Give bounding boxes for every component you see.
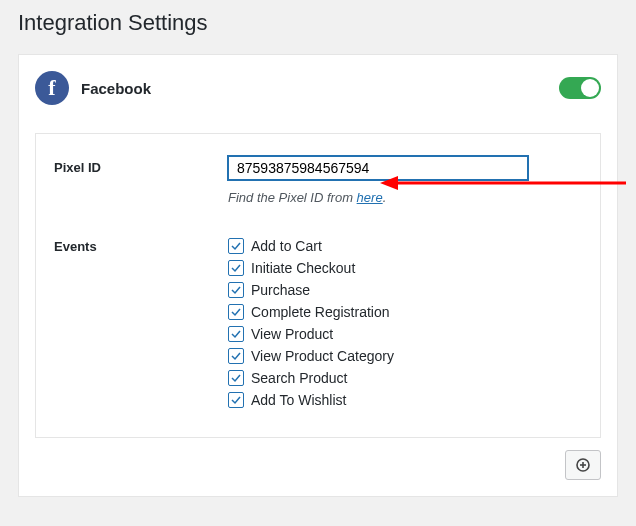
event-item: Add to Cart — [228, 235, 582, 257]
event-label[interactable]: Complete Registration — [251, 301, 390, 323]
provider-name: Facebook — [81, 80, 151, 97]
event-item: Initiate Checkout — [228, 257, 582, 279]
integration-card: f Facebook Pixel ID Find the Pixel ID fr… — [18, 54, 618, 497]
event-item: Search Product — [228, 367, 582, 389]
facebook-icon: f — [35, 71, 69, 105]
event-label[interactable]: Search Product — [251, 367, 348, 389]
card-header: f Facebook — [35, 71, 601, 105]
event-label[interactable]: Add to Cart — [251, 235, 322, 257]
event-item: Complete Registration — [228, 301, 582, 323]
pixel-id-hint: Find the Pixel ID from here. — [228, 190, 582, 205]
event-checkbox[interactable] — [228, 238, 244, 254]
page-title: Integration Settings — [0, 0, 636, 54]
checkmark-icon — [230, 328, 242, 340]
add-button[interactable] — [565, 450, 601, 480]
event-item: View Product Category — [228, 345, 582, 367]
checkmark-icon — [230, 284, 242, 296]
checkmark-icon — [230, 394, 242, 406]
event-label[interactable]: View Product Category — [251, 345, 394, 367]
event-checkbox[interactable] — [228, 282, 244, 298]
event-label[interactable]: Add To Wishlist — [251, 389, 346, 411]
hint-link[interactable]: here — [357, 190, 383, 205]
checkmark-icon — [230, 306, 242, 318]
event-checkbox[interactable] — [228, 370, 244, 386]
event-checkbox[interactable] — [228, 348, 244, 364]
plus-circle-icon — [575, 457, 591, 473]
events-label: Events — [54, 235, 228, 254]
event-label[interactable]: View Product — [251, 323, 333, 345]
hint-prefix: Find the Pixel ID from — [228, 190, 357, 205]
settings-panel: Pixel ID Find the Pixel ID from here. Ev… — [35, 133, 601, 438]
checkmark-icon — [230, 262, 242, 274]
checkmark-icon — [230, 240, 242, 252]
checkmark-icon — [230, 372, 242, 384]
event-label[interactable]: Initiate Checkout — [251, 257, 355, 279]
event-checkbox[interactable] — [228, 304, 244, 320]
event-item: Purchase — [228, 279, 582, 301]
event-label[interactable]: Purchase — [251, 279, 310, 301]
events-list: Add to CartInitiate CheckoutPurchaseComp… — [228, 235, 582, 411]
event-item: Add To Wishlist — [228, 389, 582, 411]
checkmark-icon — [230, 350, 242, 362]
event-checkbox[interactable] — [228, 392, 244, 408]
pixel-id-label: Pixel ID — [54, 156, 228, 175]
event-checkbox[interactable] — [228, 326, 244, 342]
event-item: View Product — [228, 323, 582, 345]
pixel-id-input[interactable] — [228, 156, 528, 180]
hint-suffix: . — [383, 190, 387, 205]
event-checkbox[interactable] — [228, 260, 244, 276]
enable-toggle[interactable] — [559, 77, 601, 99]
